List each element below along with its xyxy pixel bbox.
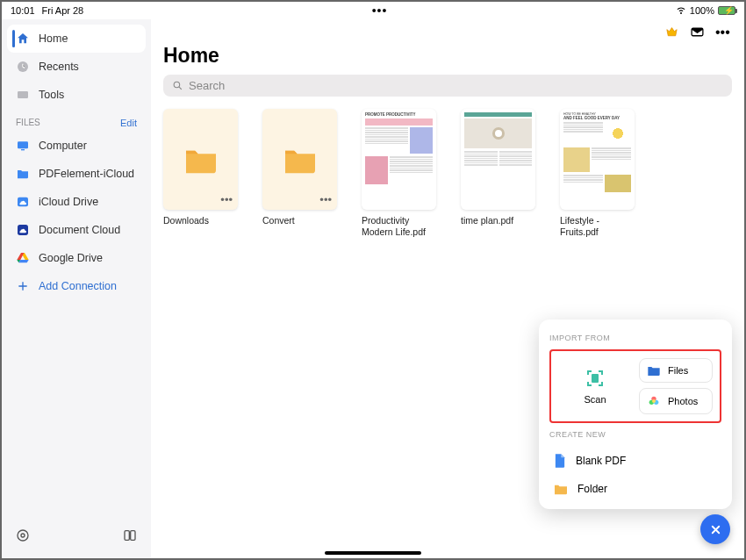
search-input[interactable]: Search	[163, 75, 732, 97]
sidebar-label: Home	[39, 32, 68, 45]
import-from-panel: Scan Files Photos	[549, 349, 721, 423]
create-new-title: CREATE NEW	[549, 430, 721, 439]
sidebar-item-computer[interactable]: Computer	[7, 132, 146, 160]
page-title: Home	[163, 44, 732, 68]
sidebar-label: Recents	[39, 61, 79, 73]
import-scan-button[interactable]: Scan	[558, 358, 632, 414]
home-indicator[interactable]	[325, 551, 421, 555]
import-create-popup: IMPORT FROM Scan Files Photos	[539, 319, 732, 509]
grid-item-folder[interactable]: ••• Downloads	[163, 109, 238, 238]
photos-icon	[647, 394, 661, 408]
blank-pdf-label: Blank PDF	[576, 455, 626, 467]
item-menu-icon[interactable]: •••	[319, 193, 332, 206]
svg-point-6	[21, 534, 25, 537]
photos-label: Photos	[668, 396, 698, 406]
sidebar-label: Tools	[39, 89, 64, 101]
sidebar-item-tools[interactable]: Tools	[7, 81, 146, 109]
folder-icon	[281, 145, 319, 175]
file-grid: ••• Downloads ••• Convert PROMOTE PRODUC…	[163, 109, 732, 238]
crown-icon[interactable]	[664, 25, 679, 39]
blank-pdf-icon	[553, 453, 567, 469]
svg-rect-2	[18, 141, 28, 148]
folder-icon	[182, 145, 220, 175]
main-content: ••• Home Search ••• Downloads ••• Conver…	[151, 19, 744, 558]
status-bar: 10:01 Fri Apr 28 ••• 100% ⚡	[2, 2, 744, 19]
sidebar-item-icloud[interactable]: iCloud Drive	[7, 188, 146, 216]
close-fab-button[interactable]	[700, 514, 730, 544]
svg-rect-3	[21, 149, 25, 150]
item-label: time plan.pdf	[461, 215, 535, 226]
files-section-title: FILES	[16, 118, 40, 128]
sidebar-label: Google Drive	[39, 252, 103, 264]
sidebar-label: Computer	[39, 140, 87, 152]
files-label: Files	[668, 365, 688, 376]
import-files-button[interactable]: Files	[639, 358, 713, 383]
layout-icon[interactable]	[123, 528, 137, 546]
clock-icon	[16, 60, 30, 74]
search-placeholder: Search	[189, 79, 225, 92]
grid-item-doc[interactable]: PROMOTE PRODUCTIVITY Productivity Modern…	[362, 109, 436, 238]
svg-point-16	[652, 399, 656, 403]
svg-rect-8	[125, 531, 129, 541]
sidebar-item-recents[interactable]: Recents	[7, 53, 146, 81]
plus-icon	[16, 279, 30, 293]
status-time: 10:01	[11, 5, 35, 16]
grid-item-doc[interactable]: HOW TO BE HEALTHY AND FEEL GOOD EVERY DA…	[560, 109, 635, 238]
battery-pct: 100%	[690, 5, 714, 16]
close-icon	[709, 523, 722, 536]
wifi-icon	[676, 4, 686, 17]
sidebar: Home Recents Tools FILES Edit Computer P…	[2, 19, 151, 558]
svg-rect-12	[592, 374, 599, 383]
files-folder-icon	[647, 364, 661, 377]
multitask-dots-icon[interactable]: •••	[372, 4, 388, 18]
folder-label: Folder	[577, 483, 607, 495]
tools-icon	[16, 88, 30, 102]
sidebar-add-connection[interactable]: Add Connection	[7, 272, 146, 300]
scan-label: Scan	[584, 394, 606, 405]
battery-icon: ⚡	[718, 6, 735, 15]
mail-icon[interactable]	[690, 25, 705, 39]
create-blank-pdf-button[interactable]: Blank PDF	[549, 446, 721, 476]
import-from-title: IMPORT FROM	[549, 334, 721, 342]
new-folder-icon	[553, 483, 569, 495]
sidebar-item-home[interactable]: Home	[7, 25, 146, 53]
item-label: Productivity Modern Life.pdf	[362, 215, 436, 238]
svg-point-7	[18, 530, 28, 541]
sidebar-item-document-cloud[interactable]: Document Cloud	[7, 216, 146, 244]
item-label: Lifestyle - Fruits.pdf	[560, 215, 635, 238]
create-folder-button[interactable]: Folder	[549, 476, 721, 502]
document-cloud-icon	[16, 223, 30, 237]
import-photos-button[interactable]: Photos	[639, 388, 713, 414]
sidebar-item-pe-icloud[interactable]: PDFelement-iCloud	[7, 160, 146, 188]
settings-icon[interactable]	[16, 528, 30, 546]
computer-icon	[16, 139, 30, 153]
svg-point-11	[174, 82, 180, 88]
scan-icon	[585, 368, 606, 389]
item-label: Convert	[262, 215, 337, 226]
search-icon	[172, 80, 183, 91]
sidebar-label: PDFelement-iCloud	[39, 168, 134, 180]
pe-folder-icon	[16, 167, 30, 181]
svg-rect-9	[131, 531, 135, 541]
gdrive-icon	[16, 251, 30, 265]
home-icon	[16, 32, 30, 46]
grid-item-doc[interactable]: time plan.pdf	[461, 109, 535, 238]
sidebar-label: Add Connection	[39, 280, 117, 292]
status-date: Fri Apr 28	[42, 5, 84, 16]
grid-item-folder[interactable]: ••• Convert	[262, 109, 337, 238]
item-label: Downloads	[163, 215, 238, 226]
sidebar-label: Document Cloud	[39, 224, 120, 236]
sidebar-label: iCloud Drive	[39, 196, 98, 208]
svg-rect-1	[18, 91, 28, 98]
edit-link[interactable]: Edit	[120, 118, 137, 128]
icloud-icon	[16, 195, 30, 209]
sidebar-item-google-drive[interactable]: Google Drive	[7, 244, 146, 272]
item-menu-icon[interactable]: •••	[220, 193, 233, 206]
more-icon[interactable]: •••	[715, 25, 730, 39]
